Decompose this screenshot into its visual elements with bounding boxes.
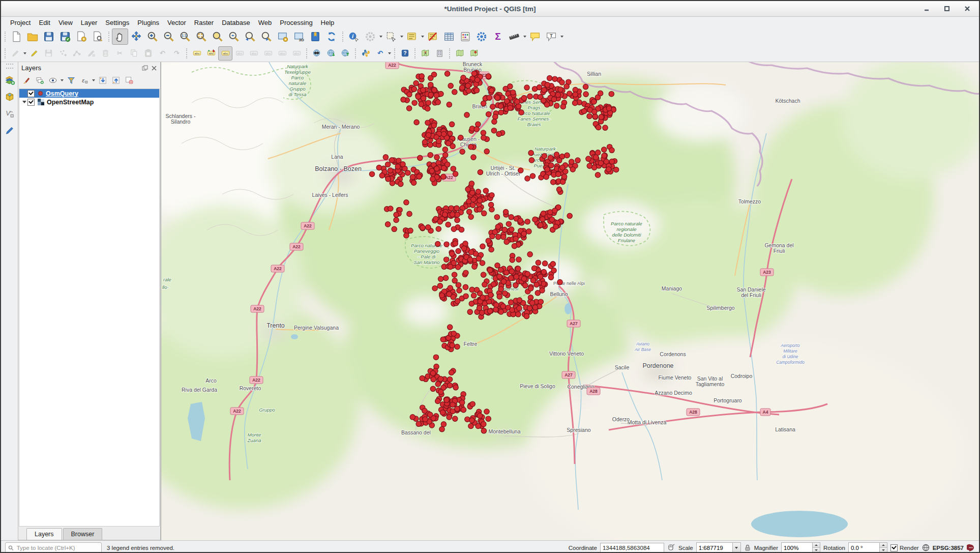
rotate-label-button[interactable]: abc <box>275 46 289 61</box>
menu-item-project[interactable]: Project <box>6 18 35 27</box>
extents-toggle-icon[interactable] <box>667 544 675 552</box>
map-canvas[interactable]: BruneckBrunicoSillianKötschachBrixen - B… <box>161 62 979 540</box>
menu-item-vector[interactable]: Vector <box>163 18 190 27</box>
magnifier-spinbox[interactable] <box>781 542 820 553</box>
save-layer-edits-button[interactable] <box>41 46 55 61</box>
manage-map-themes-button[interactable] <box>46 74 59 86</box>
select-by-value-button[interactable] <box>404 28 420 45</box>
render-checkbox[interactable] <box>890 544 898 551</box>
toolbar-handle[interactable] <box>6 64 13 69</box>
open-layer-styling-button[interactable] <box>20 74 33 86</box>
zoom-to-selection-button[interactable] <box>210 28 226 45</box>
show-bookmarks-button[interactable] <box>307 28 323 45</box>
menu-item-plugins[interactable]: Plugins <box>133 18 163 27</box>
run-feature-action-button[interactable] <box>362 28 378 45</box>
zoom-in-button[interactable] <box>144 28 161 45</box>
toggle-editing-button[interactable] <box>27 46 41 61</box>
plugin-undo-dropdown-icon[interactable] <box>387 47 392 60</box>
messages-balloon-icon[interactable] <box>967 544 975 552</box>
statistical-summary-button[interactable]: Σ <box>490 28 506 45</box>
coordinate-field[interactable] <box>600 543 664 552</box>
menu-item-layer[interactable]: Layer <box>77 18 102 27</box>
new-virtual-layer-button[interactable]: V <box>3 107 16 120</box>
plugin-undo-button[interactable]: ↶ <box>373 46 387 61</box>
copy-features-button[interactable] <box>127 46 141 61</box>
help-contents-button[interactable]: ? <box>398 46 412 61</box>
menu-item-database[interactable]: Database <box>218 18 254 27</box>
zoom-full-button[interactable] <box>193 28 210 45</box>
osm-upload-button[interactable] <box>338 46 352 61</box>
zoom-last-button[interactable] <box>242 28 258 45</box>
pan-to-selection-button[interactable] <box>128 28 144 45</box>
menu-item-help[interactable]: Help <box>317 18 339 27</box>
filter-by-expression-button[interactable]: ε <box>78 74 91 86</box>
zoom-next-button[interactable] <box>258 28 275 45</box>
new-project-button[interactable] <box>8 28 24 45</box>
add-record-button[interactable] <box>55 46 70 61</box>
paste-features-button[interactable] <box>141 46 155 61</box>
current-edits-dropdown-icon[interactable] <box>22 47 27 60</box>
osm-place-search-button[interactable] <box>310 46 324 61</box>
pin-unpin-labels-button[interactable]: abc <box>232 46 247 61</box>
magnifier-down-icon[interactable] <box>813 548 820 552</box>
scale-combo[interactable] <box>696 542 741 553</box>
rotation-up-icon[interactable] <box>880 543 887 548</box>
show-layout-manager-button[interactable] <box>90 28 106 45</box>
menu-item-raster[interactable]: Raster <box>190 18 218 27</box>
undo-button[interactable]: ↶ <box>155 46 169 61</box>
rotation-input[interactable] <box>849 543 879 552</box>
open-attribute-table-button[interactable] <box>441 28 457 45</box>
filter-by-expression-dropdown-icon[interactable] <box>91 74 96 87</box>
vertex-tool-button[interactable] <box>70 46 84 61</box>
menu-item-settings[interactable]: Settings <box>101 18 133 27</box>
zoom-to-layer-button[interactable] <box>226 28 242 45</box>
save-project-button[interactable] <box>41 28 57 45</box>
float-panel-icon[interactable] <box>142 65 148 71</box>
highlight-pinned-labels-button[interactable]: abc <box>218 46 232 61</box>
menu-item-processing[interactable]: Processing <box>276 18 316 27</box>
locator-box[interactable] <box>5 542 102 553</box>
select-by-value-dropdown-icon[interactable] <box>420 30 425 43</box>
modify-attributes-button[interactable] <box>84 46 98 61</box>
close-panel-icon[interactable] <box>151 65 157 71</box>
current-edits-button[interactable] <box>8 46 22 61</box>
magnifier-up-icon[interactable] <box>813 543 820 548</box>
cut-features-button[interactable]: ✂ <box>112 46 127 61</box>
locator-input[interactable] <box>16 544 99 551</box>
rotation-spinbox[interactable] <box>848 542 887 553</box>
plugin-map-export-button[interactable] <box>453 46 467 61</box>
measure-line-dropdown-icon[interactable] <box>522 30 527 43</box>
new-geopackage-layer-button[interactable] <box>3 90 16 103</box>
close-button[interactable] <box>964 5 971 12</box>
zoom-out-button[interactable] <box>161 28 177 45</box>
layer-row-openstreetmap[interactable]: OpenStreetMap <box>19 98 159 106</box>
plugin-map-query-button[interactable] <box>467 46 481 61</box>
map-tips-button[interactable] <box>527 28 543 45</box>
layer-row-osmquery[interactable]: OsmQuery <box>19 89 159 98</box>
move-label-button[interactable]: abc <box>261 46 275 61</box>
menu-item-view[interactable]: View <box>54 18 77 27</box>
new-print-layout-button[interactable] <box>73 28 90 45</box>
layer-visibility-checkbox[interactable] <box>27 99 35 106</box>
panel-tab-layers[interactable]: Layers <box>26 528 62 540</box>
maximize-button[interactable] <box>943 5 951 12</box>
plugin-hiker-map-button[interactable] <box>418 46 432 61</box>
expand-all-button[interactable] <box>96 74 109 86</box>
delete-selected-button[interactable] <box>98 46 112 61</box>
redo-button[interactable]: ↷ <box>169 46 184 61</box>
zoom-native-button[interactable]: 1:1 <box>177 28 193 45</box>
scale-input[interactable] <box>697 543 732 552</box>
crs-globe-icon[interactable] <box>922 544 930 551</box>
pan-map-button[interactable] <box>112 28 128 45</box>
deselect-all-button[interactable] <box>425 28 441 45</box>
panel-tab-browser[interactable]: Browser <box>63 528 103 540</box>
render-toggle[interactable]: Render <box>890 544 919 551</box>
manage-map-themes-dropdown-icon[interactable] <box>60 74 64 87</box>
run-feature-action-dropdown-icon[interactable] <box>378 30 383 43</box>
new-annotation-dropdown-icon[interactable] <box>559 30 564 43</box>
show-hide-labels-button[interactable]: abc <box>247 46 261 61</box>
new-3d-map-view-button[interactable]: 3D <box>291 28 307 45</box>
measure-line-button[interactable] <box>506 28 522 45</box>
layer-labeling-button[interactable]: abc <box>190 46 204 61</box>
scale-dropdown-icon[interactable] <box>732 543 740 552</box>
